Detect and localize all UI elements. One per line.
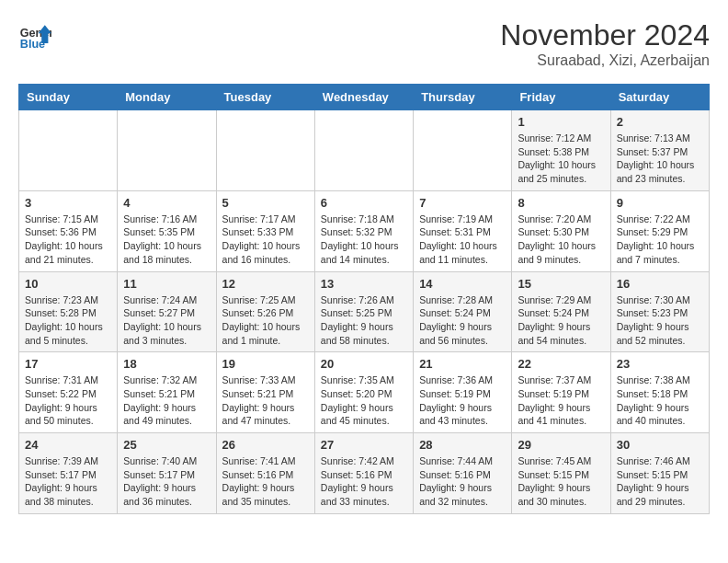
calendar-cell-w2-d3: 5Sunrise: 7:17 AM Sunset: 5:33 PM Daylig… [216,190,314,271]
day-info: Sunrise: 7:44 AM Sunset: 5:16 PM Dayligh… [419,454,506,509]
calendar-cell-w5-d2: 25Sunrise: 7:40 AM Sunset: 5:17 PM Dayli… [118,433,216,514]
calendar-cell-w3-d1: 10Sunrise: 7:23 AM Sunset: 5:28 PM Dayli… [19,271,118,352]
day-info: Sunrise: 7:30 AM Sunset: 5:23 PM Dayligh… [617,293,703,348]
day-info: Sunrise: 7:18 AM Sunset: 5:32 PM Dayligh… [321,213,407,267]
calendar-cell-w3-d2: 11Sunrise: 7:24 AM Sunset: 5:27 PM Dayli… [118,271,216,352]
day-info: Sunrise: 7:46 AM Sunset: 5:15 PM Dayligh… [617,454,703,509]
day-info: Sunrise: 7:36 AM Sunset: 5:19 PM Dayligh… [419,373,506,428]
calendar-cell-w4-d1: 17Sunrise: 7:31 AM Sunset: 5:22 PM Dayli… [19,352,118,433]
calendar-cell-w2-d4: 6Sunrise: 7:18 AM Sunset: 5:32 PM Daylig… [314,190,413,271]
day-number: 26 [222,438,309,452]
day-number: 14 [419,277,506,291]
day-info: Sunrise: 7:15 AM Sunset: 5:36 PM Dayligh… [25,213,111,267]
day-info: Sunrise: 7:16 AM Sunset: 5:35 PM Dayligh… [123,213,210,267]
day-info: Sunrise: 7:26 AM Sunset: 5:25 PM Dayligh… [321,293,407,348]
calendar-cell-w1-d6: 1Sunrise: 7:12 AM Sunset: 5:38 PM Daylig… [512,110,610,191]
day-number: 29 [518,438,604,452]
header: General Blue November 2024 Suraabad, Xiz… [18,18,710,69]
month-year-title: November 2024 [500,18,710,52]
day-info: Sunrise: 7:13 AM Sunset: 5:37 PM Dayligh… [617,132,703,186]
day-number: 22 [518,357,604,371]
day-info: Sunrise: 7:12 AM Sunset: 5:38 PM Dayligh… [518,132,604,186]
calendar-cell-w4-d5: 21Sunrise: 7:36 AM Sunset: 5:19 PM Dayli… [414,352,512,433]
day-number: 25 [123,438,210,452]
day-number: 24 [25,438,111,452]
calendar-cell-w2-d2: 4Sunrise: 7:16 AM Sunset: 5:35 PM Daylig… [118,190,216,271]
day-info: Sunrise: 7:19 AM Sunset: 5:31 PM Dayligh… [419,213,506,267]
calendar-cell-w5-d6: 29Sunrise: 7:45 AM Sunset: 5:15 PM Dayli… [512,433,610,514]
calendar-week-3: 10Sunrise: 7:23 AM Sunset: 5:28 PM Dayli… [19,271,710,352]
col-thursday: Thursday [414,85,512,110]
col-wednesday: Wednesday [314,85,413,110]
logo-icon: General Blue [18,18,51,52]
day-info: Sunrise: 7:17 AM Sunset: 5:33 PM Dayligh… [222,213,309,267]
day-info: Sunrise: 7:24 AM Sunset: 5:27 PM Dayligh… [123,293,210,348]
calendar-cell-w4-d6: 22Sunrise: 7:37 AM Sunset: 5:19 PM Dayli… [512,352,610,433]
day-number: 11 [123,277,210,291]
calendar-cell-w3-d5: 14Sunrise: 7:28 AM Sunset: 5:24 PM Dayli… [414,271,512,352]
day-info: Sunrise: 7:25 AM Sunset: 5:26 PM Dayligh… [222,293,309,348]
day-info: Sunrise: 7:37 AM Sunset: 5:19 PM Dayligh… [518,373,604,428]
calendar-cell-w1-d5 [414,110,512,191]
day-number: 12 [222,277,309,291]
day-number: 20 [321,357,407,371]
logo: General Blue [18,18,51,52]
day-number: 4 [123,196,210,210]
col-tuesday: Tuesday [216,85,314,110]
day-info: Sunrise: 7:29 AM Sunset: 5:24 PM Dayligh… [518,293,604,348]
day-info: Sunrise: 7:32 AM Sunset: 5:21 PM Dayligh… [123,373,210,428]
day-number: 21 [419,357,506,371]
col-sunday: Sunday [19,85,118,110]
calendar-cell-w2-d5: 7Sunrise: 7:19 AM Sunset: 5:31 PM Daylig… [414,190,512,271]
calendar-cell-w2-d1: 3Sunrise: 7:15 AM Sunset: 5:36 PM Daylig… [19,190,118,271]
day-number: 5 [222,196,309,210]
svg-text:Blue: Blue [20,38,45,51]
calendar-cell-w1-d4 [314,110,413,191]
day-info: Sunrise: 7:23 AM Sunset: 5:28 PM Dayligh… [25,293,111,348]
day-info: Sunrise: 7:40 AM Sunset: 5:17 PM Dayligh… [123,454,210,509]
day-info: Sunrise: 7:41 AM Sunset: 5:16 PM Dayligh… [222,454,309,509]
col-friday: Friday [512,85,610,110]
calendar-cell-w5-d7: 30Sunrise: 7:46 AM Sunset: 5:15 PM Dayli… [610,433,709,514]
day-info: Sunrise: 7:35 AM Sunset: 5:20 PM Dayligh… [321,373,407,428]
day-info: Sunrise: 7:20 AM Sunset: 5:30 PM Dayligh… [518,213,604,267]
calendar-cell-w3-d7: 16Sunrise: 7:30 AM Sunset: 5:23 PM Dayli… [610,271,709,352]
calendar-cell-w5-d3: 26Sunrise: 7:41 AM Sunset: 5:16 PM Dayli… [216,433,314,514]
day-number: 10 [25,277,111,291]
calendar-table: Sunday Monday Tuesday Wednesday Thursday… [18,84,710,514]
calendar-cell-w2-d7: 9Sunrise: 7:22 AM Sunset: 5:29 PM Daylig… [610,190,709,271]
calendar-cell-w5-d5: 28Sunrise: 7:44 AM Sunset: 5:16 PM Dayli… [414,433,512,514]
day-number: 8 [518,196,604,210]
day-number: 16 [617,277,703,291]
calendar-cell-w4-d3: 19Sunrise: 7:33 AM Sunset: 5:21 PM Dayli… [216,352,314,433]
location-subtitle: Suraabad, Xizi, Azerbaijan [500,52,710,69]
calendar-cell-w1-d1 [19,110,118,191]
calendar-cell-w1-d2 [118,110,216,191]
day-number: 3 [25,196,111,210]
day-number: 28 [419,438,506,452]
calendar-cell-w5-d4: 27Sunrise: 7:42 AM Sunset: 5:16 PM Dayli… [314,433,413,514]
calendar-cell-w3-d6: 15Sunrise: 7:29 AM Sunset: 5:24 PM Dayli… [512,271,610,352]
day-number: 23 [617,357,703,371]
day-info: Sunrise: 7:38 AM Sunset: 5:18 PM Dayligh… [617,373,703,428]
calendar-cell-w5-d1: 24Sunrise: 7:39 AM Sunset: 5:17 PM Dayli… [19,433,118,514]
col-saturday: Saturday [610,85,709,110]
day-number: 6 [321,196,407,210]
calendar-cell-w4-d7: 23Sunrise: 7:38 AM Sunset: 5:18 PM Dayli… [610,352,709,433]
day-info: Sunrise: 7:45 AM Sunset: 5:15 PM Dayligh… [518,454,604,509]
day-number: 2 [617,115,703,129]
calendar-cell-w4-d2: 18Sunrise: 7:32 AM Sunset: 5:21 PM Dayli… [118,352,216,433]
calendar-cell-w1-d3 [216,110,314,191]
calendar-cell-w2-d6: 8Sunrise: 7:20 AM Sunset: 5:30 PM Daylig… [512,190,610,271]
day-number: 18 [123,357,210,371]
day-number: 7 [419,196,506,210]
day-info: Sunrise: 7:42 AM Sunset: 5:16 PM Dayligh… [321,454,407,509]
calendar-cell-w3-d3: 12Sunrise: 7:25 AM Sunset: 5:26 PM Dayli… [216,271,314,352]
calendar-cell-w1-d7: 2Sunrise: 7:13 AM Sunset: 5:37 PM Daylig… [610,110,709,191]
day-info: Sunrise: 7:28 AM Sunset: 5:24 PM Dayligh… [419,293,506,348]
day-info: Sunrise: 7:33 AM Sunset: 5:21 PM Dayligh… [222,373,309,428]
day-number: 9 [617,196,703,210]
day-number: 17 [25,357,111,371]
day-info: Sunrise: 7:39 AM Sunset: 5:17 PM Dayligh… [25,454,111,509]
calendar-week-5: 24Sunrise: 7:39 AM Sunset: 5:17 PM Dayli… [19,433,710,514]
